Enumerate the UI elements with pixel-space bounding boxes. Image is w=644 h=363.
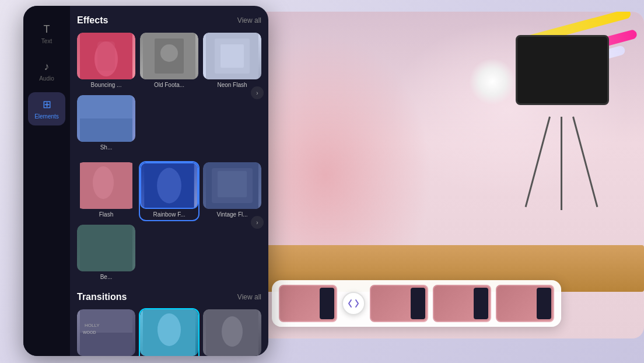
- old-footage-name: Old Foota...: [140, 79, 198, 90]
- bouncing-name: Bouncing ...: [77, 79, 135, 90]
- svg-rect-2: [97, 41, 115, 71]
- be-preview: [77, 225, 135, 271]
- elements-icon: ⊞: [43, 98, 51, 111]
- transitions-view-all[interactable]: View all: [237, 293, 261, 301]
- transitions-section: Transitions View all HOLLY WOOD: [77, 292, 261, 356]
- effect-sh[interactable]: Sh...: [77, 95, 135, 153]
- sidebar-item-audio[interactable]: ♪ Audio: [28, 55, 65, 88]
- timeline-clip-4[interactable]: [496, 285, 554, 322]
- effects-grid-top: Bouncing ... Old Foota...: [77, 33, 261, 153]
- transitions-section-header: Transitions View all: [77, 292, 261, 302]
- clip-overlay-4: [537, 288, 551, 319]
- neon-flash-preview: [203, 33, 261, 79]
- be-name: Be...: [77, 271, 135, 282]
- flickering-preview: [140, 309, 198, 356]
- chroma-preview: [203, 309, 261, 356]
- old-footage-thumb: [140, 33, 198, 79]
- transitions-title: Transitions: [77, 292, 127, 302]
- chroma-thumb: [203, 309, 261, 356]
- effect-old-footage[interactable]: Old Foota...: [140, 33, 198, 90]
- effects-grid-bottom: Flash Rainbow F...: [77, 162, 261, 282]
- transition-chroma[interactable]: Chroma S...: [203, 309, 261, 356]
- neon-flash-thumb: [203, 33, 261, 79]
- camera-panel: [516, 35, 609, 105]
- sidebar-item-elements[interactable]: ⊞ Elements: [28, 92, 65, 125]
- flash-preview: [77, 162, 135, 209]
- svg-rect-22: [80, 333, 132, 356]
- svg-text:HOLLY: HOLLY: [85, 323, 100, 328]
- sidebar-text-label: Text: [41, 38, 52, 44]
- timeline-clip-3[interactable]: [433, 285, 491, 322]
- content-area: Effects View all Bouncing ...: [70, 6, 268, 356]
- timeline-clip-2[interactable]: [370, 285, 428, 322]
- effect-neon-flash[interactable]: Neon Flash: [203, 33, 261, 90]
- timeline-clip-1[interactable]: [279, 285, 337, 322]
- camera-light: [469, 58, 516, 105]
- sh-name: Sh...: [77, 142, 135, 153]
- tripod-leg-3: [525, 117, 551, 207]
- clip-overlay-2: [411, 288, 425, 319]
- effect-be[interactable]: Be...: [77, 225, 135, 282]
- dissolve-preview: HOLLY WOOD: [77, 309, 135, 356]
- effect-bouncing[interactable]: Bouncing ...: [77, 33, 135, 90]
- timeline-split-divider[interactable]: [342, 292, 365, 315]
- split-icon: [348, 298, 359, 309]
- text-icon: T: [44, 23, 50, 36]
- audio-icon: ♪: [44, 61, 50, 73]
- svg-point-28: [222, 316, 243, 347]
- sidebar: T Text ♪ Audio ⊞ Elements: [23, 6, 70, 356]
- vintage-preview: [203, 162, 261, 209]
- flash-thumb: [77, 162, 135, 209]
- clip-overlay-3: [474, 288, 488, 319]
- effects-row-2-scroll[interactable]: ›: [251, 216, 264, 229]
- bouncing-thumb: [77, 33, 135, 79]
- effects-view-all[interactable]: View all: [237, 16, 261, 25]
- tripod-leg-1: [572, 117, 598, 207]
- svg-point-15: [157, 168, 181, 204]
- rainbow-name: Rainbow F...: [140, 209, 198, 220]
- bouncing-preview: [77, 33, 135, 79]
- svg-rect-19: [80, 225, 132, 271]
- sh-thumb: [77, 95, 135, 142]
- svg-point-13: [93, 166, 114, 199]
- transition-dissolve[interactable]: HOLLY WOOD Dissolve &...: [77, 309, 135, 356]
- transitions-grid-top: HOLLY WOOD Dissolve &...: [77, 309, 261, 356]
- transitions-row-1: HOLLY WOOD Dissolve &...: [77, 309, 261, 356]
- rainbow-preview: [141, 163, 197, 208]
- effects-title: Effects: [77, 15, 108, 26]
- be-thumb: [77, 225, 135, 271]
- effects-row-1: Bouncing ... Old Foota...: [77, 33, 261, 153]
- effect-flash[interactable]: Flash: [77, 162, 135, 220]
- camera-stand: [492, 23, 609, 210]
- effect-rainbow[interactable]: Rainbow F...: [140, 162, 198, 220]
- svg-point-26: [158, 313, 181, 346]
- old-footage-preview: [140, 33, 198, 79]
- sh-preview: [77, 95, 135, 142]
- mobile-panel: T Text ♪ Audio ⊞ Elements Effects View a…: [23, 6, 268, 356]
- sidebar-elements-label: Elements: [34, 113, 59, 120]
- effects-row-2: Flash Rainbow F...: [77, 162, 261, 282]
- transition-flickering[interactable]: Flickering: [140, 309, 198, 356]
- flash-name: Flash: [77, 209, 135, 220]
- tripod-leg-2: [561, 117, 562, 210]
- vintage-thumb: [203, 162, 261, 209]
- effects-row-1-scroll[interactable]: ›: [251, 86, 264, 99]
- flickering-thumb: [140, 309, 198, 356]
- timeline: [272, 280, 561, 327]
- svg-rect-18: [218, 171, 247, 197]
- svg-rect-11: [80, 118, 132, 142]
- sidebar-item-text[interactable]: T Text: [28, 18, 65, 50]
- sidebar-audio-label: Audio: [39, 75, 54, 82]
- svg-text:WOOD: WOOD: [83, 330, 96, 334]
- effect-vintage[interactable]: Vintage Fl...: [203, 162, 261, 220]
- effects-section-header: Effects View all: [77, 15, 261, 26]
- rainbow-thumb: [140, 162, 198, 209]
- svg-rect-9: [220, 44, 244, 68]
- svg-point-5: [160, 44, 178, 62]
- dissolve-thumb: HOLLY WOOD: [77, 309, 135, 356]
- clip-overlay-1: [320, 288, 334, 319]
